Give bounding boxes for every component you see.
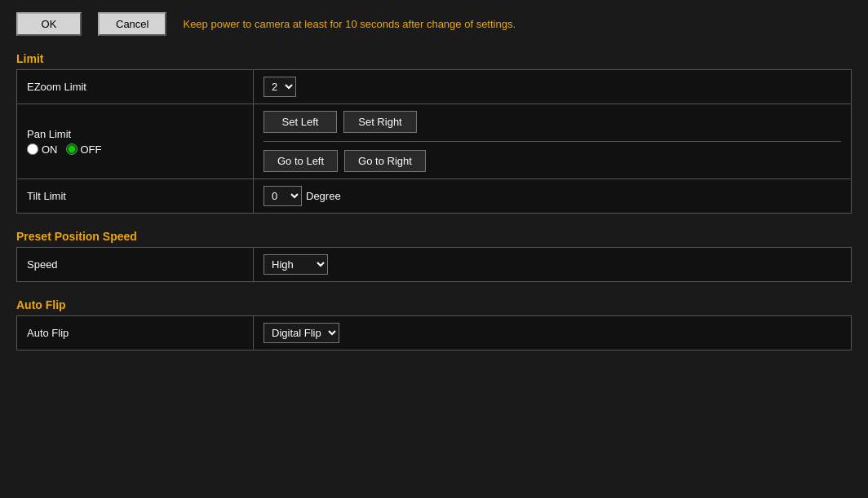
set-right-button[interactable]: Set Right — [343, 111, 417, 133]
speed-row: Speed Low Medium High — [17, 248, 852, 282]
pan-limit-buttons-cell: Set Left Set Right Go to Left Go to Righ… — [254, 104, 852, 179]
cancel-button[interactable]: Cancel — [98, 12, 166, 36]
pan-off-radio[interactable] — [66, 143, 78, 155]
tilt-limit-cell: 0 10 20 30 Degree — [254, 179, 852, 214]
ezoom-value-cell: 1 2 3 4 — [254, 70, 852, 104]
speed-label: Speed — [17, 248, 254, 282]
tilt-limit-select[interactable]: 0 10 20 30 — [264, 186, 302, 206]
limit-table: EZoom Limit 1 2 3 4 Pan Limit — [16, 69, 852, 214]
limit-title: Limit — [16, 52, 852, 65]
preset-speed-section: Preset Position Speed Speed Low Medium H… — [16, 230, 852, 282]
limit-section: Limit EZoom Limit 1 2 3 4 Pan Limit — [16, 52, 852, 214]
pan-set-buttons-row: Set Left Set Right — [264, 111, 841, 142]
preset-speed-title: Preset Position Speed — [16, 230, 852, 243]
speed-value-cell: Low Medium High — [254, 248, 852, 282]
preset-speed-table: Speed Low Medium High — [16, 247, 852, 282]
set-left-button[interactable]: Set Left — [264, 111, 337, 133]
tilt-limit-controls: 0 10 20 30 Degree — [264, 186, 841, 206]
auto-flip-select[interactable]: Digital Flip Off On — [264, 323, 339, 343]
tilt-limit-label: Tilt Limit — [17, 179, 254, 214]
pan-limit-label-cell: Pan Limit ON OFF — [17, 104, 254, 179]
tilt-limit-row: Tilt Limit 0 10 20 30 Degree — [17, 179, 852, 214]
pan-on-text: ON — [42, 143, 58, 156]
ezoom-select[interactable]: 1 2 3 4 — [264, 77, 296, 97]
pan-limit-row: Pan Limit ON OFF Set Left — [17, 104, 852, 179]
auto-flip-table: Auto Flip Digital Flip Off On — [16, 315, 852, 350]
warning-text: Keep power to camera at least for 10 sec… — [183, 18, 516, 30]
pan-limit-label: Pan Limit — [27, 128, 243, 140]
ok-button[interactable]: OK — [16, 12, 82, 36]
pan-on-label[interactable]: ON — [27, 143, 58, 156]
top-bar: OK Cancel Keep power to camera at least … — [16, 12, 852, 36]
speed-select[interactable]: Low Medium High — [264, 254, 328, 275]
auto-flip-title: Auto Flip — [16, 298, 852, 311]
auto-flip-row: Auto Flip Digital Flip Off On — [17, 316, 852, 350]
ezoom-label: EZoom Limit — [17, 70, 254, 104]
degree-label: Degree — [306, 190, 341, 202]
go-to-right-button[interactable]: Go to Right — [344, 150, 426, 172]
pan-off-label[interactable]: OFF — [66, 143, 102, 156]
pan-goto-buttons-row: Go to Left Go to Right — [264, 150, 841, 172]
pan-limit-radio-group: ON OFF — [27, 143, 243, 156]
auto-flip-value-cell: Digital Flip Off On — [254, 316, 852, 350]
go-to-left-button[interactable]: Go to Left — [264, 150, 338, 172]
ezoom-row: EZoom Limit 1 2 3 4 — [17, 70, 852, 104]
auto-flip-label: Auto Flip — [17, 316, 254, 350]
auto-flip-section: Auto Flip Auto Flip Digital Flip Off On — [16, 298, 852, 350]
pan-on-radio[interactable] — [27, 143, 38, 155]
pan-off-text: OFF — [81, 143, 102, 156]
